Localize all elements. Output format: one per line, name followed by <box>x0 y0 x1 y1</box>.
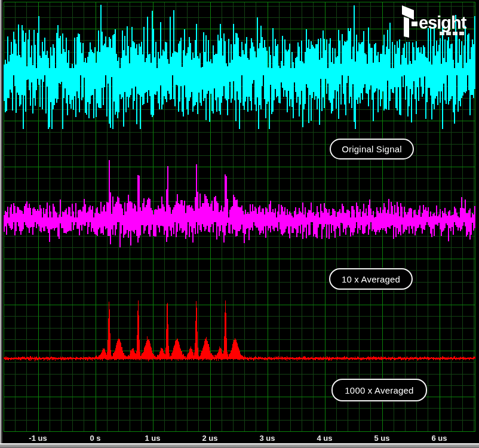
logo-subtext-glyphs <box>440 32 464 35</box>
logo-text: esight <box>419 14 466 32</box>
brand-logo: esight <box>398 5 474 41</box>
oscilloscope-screen: esight Original Signal 10 x Averaged 100… <box>0 0 479 448</box>
logo-mark-icon <box>398 5 419 39</box>
label-10x-averaged: 10 x Averaged <box>329 268 413 290</box>
label-original-signal: Original Signal <box>330 139 414 159</box>
window-bottom-bar <box>0 444 479 448</box>
window-bottom-edge <box>0 443 479 448</box>
window-left-edge <box>0 0 3 448</box>
label-1000x-averaged: 1000 x Averaged <box>331 379 427 401</box>
